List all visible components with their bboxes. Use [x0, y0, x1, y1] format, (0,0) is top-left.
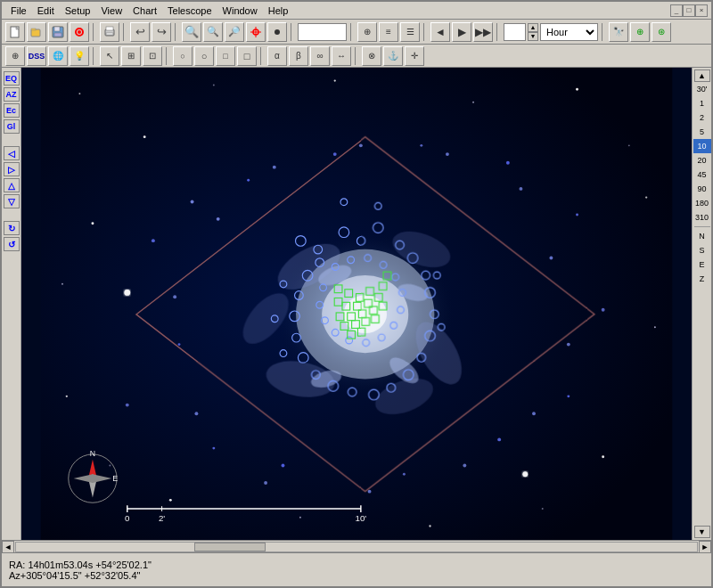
tb2-btn10[interactable]: ∞	[310, 46, 330, 66]
pan-up-button[interactable]: △	[4, 178, 20, 192]
menu-setup[interactable]: Setup	[60, 4, 96, 18]
menu-chart[interactable]: Chart	[127, 4, 162, 18]
tb2-btn3[interactable]: 🌐	[48, 46, 68, 66]
tb2-btn4[interactable]: 💡	[70, 46, 89, 66]
svg-text:10': 10'	[356, 513, 367, 523]
tb2-btn11[interactable]: ↔	[332, 46, 351, 66]
tb2-size3[interactable]: □	[216, 46, 235, 66]
rotate-cw-button[interactable]: ↻	[4, 221, 20, 235]
telescope-goto-button[interactable]: ⊕	[630, 22, 650, 42]
zoom-in-button[interactable]: 🔍	[182, 22, 201, 42]
menu-window[interactable]: Window	[217, 4, 263, 18]
zoom-90deg[interactable]: 90	[693, 182, 711, 196]
zoom-180deg[interactable]: 180	[693, 196, 711, 210]
coord-gl-button[interactable]: Gl	[4, 119, 20, 134]
svg-point-26	[602, 455, 604, 458]
pan-left-button[interactable]: ◁	[4, 146, 20, 160]
redo-button[interactable]: ↪	[152, 22, 171, 42]
tb2-size2[interactable]: ○	[194, 46, 214, 66]
zoom-2deg[interactable]: 2	[693, 110, 711, 125]
menu-file[interactable]: File	[5, 4, 32, 18]
rotate-ccw-button[interactable]: ↺	[4, 237, 20, 251]
tb2-btn7[interactable]: ⊡	[143, 46, 162, 66]
pan-down-button[interactable]: ▽	[4, 194, 20, 208]
tb2-btn1[interactable]: ⊕	[5, 46, 25, 66]
fov-input[interactable]: 1	[504, 23, 526, 41]
zoom-45deg[interactable]: 45	[693, 167, 711, 182]
menu-edit[interactable]: Edit	[32, 4, 60, 18]
save-button[interactable]	[48, 22, 68, 42]
svg-rect-10	[106, 27, 113, 30]
sky-view[interactable]: N E 0 2' 10'	[21, 68, 692, 540]
dot-button[interactable]	[267, 22, 287, 42]
fov-up[interactable]: ▲	[528, 23, 538, 32]
prev-button[interactable]: ◄	[430, 22, 450, 42]
open-button[interactable]	[27, 22, 46, 42]
hscroll-track[interactable]	[15, 542, 698, 552]
zoom-out-button[interactable]: 🔍	[203, 22, 223, 42]
svg-point-18	[143, 135, 146, 138]
play-button[interactable]: ▶	[452, 22, 471, 42]
compass-z[interactable]: Z	[693, 272, 711, 286]
search-cat-button[interactable]: ≡	[379, 22, 398, 42]
print-button[interactable]	[100, 22, 119, 42]
hour-select[interactable]: Hour Degree Arcmin Arcsec	[540, 23, 598, 41]
maximize-button[interactable]: □	[683, 4, 695, 17]
svg-point-33	[61, 283, 63, 285]
tb2-btn6[interactable]: ⊞	[121, 46, 141, 66]
hscroll-thumb[interactable]	[194, 543, 266, 551]
compass-n[interactable]: N	[693, 229, 711, 243]
coord-az-button[interactable]: AZ	[4, 87, 20, 102]
crosshair-button[interactable]	[246, 22, 266, 42]
list-button[interactable]: ☰	[400, 22, 420, 42]
next-button[interactable]: ▶▶	[473, 22, 493, 42]
search-button[interactable]: 🔎	[225, 22, 244, 42]
scroll-up-button[interactable]: ▲	[694, 69, 710, 82]
zoom-20deg[interactable]: 20	[693, 153, 711, 167]
tb2-size4[interactable]: □	[237, 46, 257, 66]
tb2-anchor[interactable]: ⚓	[383, 46, 403, 66]
fov-down[interactable]: ▼	[528, 32, 538, 41]
svg-point-53	[368, 490, 372, 494]
zoom-30arcmin[interactable]: 30'	[693, 82, 711, 96]
coord-ec-button[interactable]: Ec	[4, 103, 20, 118]
zoom-10deg[interactable]: 10	[693, 139, 711, 153]
hscroll-left[interactable]: ◄	[2, 541, 14, 553]
zoom-5deg[interactable]: 5	[693, 125, 711, 139]
dss-button[interactable]: DSS	[27, 46, 46, 66]
tb2-size1[interactable]: ○	[173, 46, 193, 66]
zoom-1deg[interactable]: 1	[693, 96, 711, 110]
fov-spinner[interactable]: ▲ ▼	[528, 23, 538, 41]
svg-point-45	[506, 161, 510, 165]
tb2-btn9[interactable]: β	[289, 46, 308, 66]
telescope-track-button[interactable]: ⊛	[652, 22, 671, 42]
svg-rect-11	[106, 33, 113, 35]
undo-button[interactable]: ↩	[130, 22, 150, 42]
compass-e[interactable]: E	[693, 257, 711, 272]
new-button[interactable]	[5, 22, 25, 42]
svg-point-41	[497, 437, 501, 441]
menu-telescope[interactable]: Telescope	[162, 4, 217, 18]
menu-view[interactable]: View	[95, 4, 127, 18]
object-search-input[interactable]: m101	[298, 23, 347, 41]
hscroll-right[interactable]: ►	[699, 541, 711, 553]
svg-point-61	[273, 166, 276, 169]
close-button[interactable]: ×	[695, 4, 708, 17]
menu-help[interactable]: Help	[263, 4, 294, 18]
separator-4	[291, 23, 294, 41]
zoom-310deg[interactable]: 310	[693, 210, 711, 225]
svg-point-55	[532, 412, 536, 415]
tb2-cross[interactable]: ✛	[405, 46, 424, 66]
scroll-down-button[interactable]: ▼	[694, 526, 710, 538]
pan-right-button[interactable]: ▷	[4, 162, 20, 176]
tb2-btn8[interactable]: α	[267, 46, 287, 66]
settings-button[interactable]	[70, 22, 89, 42]
telescope-connect-button[interactable]: 🔭	[609, 22, 628, 42]
compass-s[interactable]: S	[693, 243, 711, 257]
go-button[interactable]: ⊕	[357, 22, 377, 42]
tb2-btn5[interactable]: ↖	[100, 46, 119, 66]
coord-eq-button[interactable]: EQ	[4, 71, 20, 86]
tb2-link[interactable]: ⊗	[362, 46, 381, 66]
horizontal-scrollbar[interactable]: ◄ ►	[2, 540, 711, 552]
minimize-button[interactable]: _	[670, 4, 683, 17]
